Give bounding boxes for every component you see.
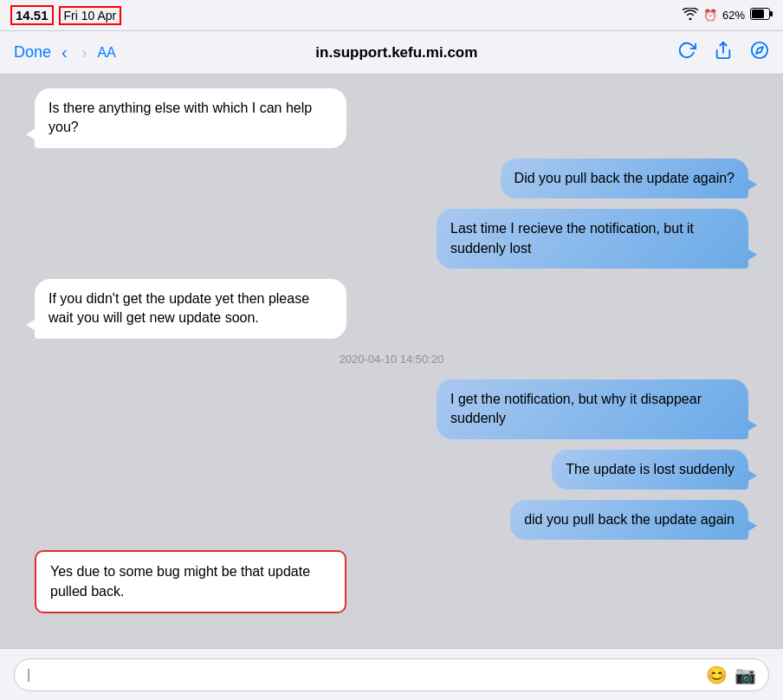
back-button[interactable]: ‹ — [58, 42, 71, 62]
done-button[interactable]: Done — [14, 43, 51, 62]
message-row: Last time I recieve the notification, bu… — [17, 209, 766, 269]
message-input[interactable] — [27, 667, 699, 683]
timestamp-divider: 2020-04-10 14:50:20 — [17, 353, 766, 366]
message-row: The update is lost suddenly — [17, 450, 766, 489]
emoji-button[interactable]: 😊 — [706, 664, 728, 685]
forward-button[interactable]: › — [78, 42, 91, 62]
status-left: 14.51 Fri 10 Apr — [10, 5, 121, 25]
status-bar: 14.51 Fri 10 Apr ⏰ 62% — [0, 0, 783, 31]
share-button[interactable] — [714, 41, 733, 64]
camera-button[interactable]: 📷 — [734, 664, 756, 685]
message-bubble-user: The update is lost suddenly — [552, 450, 748, 489]
nav-actions — [677, 41, 769, 64]
message-bubble-highlighted: Yes due to some bug might be that update… — [35, 550, 346, 613]
message-row: did you pull back the update again — [17, 500, 766, 540]
message-bubble-agent: If you didn't get the update yet then pl… — [35, 279, 346, 339]
page-title: in.support.kefu.mi.com — [315, 44, 477, 62]
message-bubble-agent: Is there anything else with which I can … — [35, 88, 346, 148]
status-date: Fri 10 Apr — [59, 6, 122, 25]
message-bubble-user: I get the notification, but why it disap… — [437, 379, 748, 439]
message-bubble-user: did you pull back the update again — [510, 500, 748, 540]
svg-rect-2 — [752, 10, 764, 18]
chat-area: Is there anything else with which I can … — [0, 75, 783, 648]
battery-percentage: 62% — [722, 9, 745, 22]
message-row: Is there anything else with which I can … — [17, 88, 766, 148]
nav-bar: Done ‹ › AA in.support.kefu.mi.com — [0, 31, 783, 75]
status-right: ⏰ 62% — [683, 8, 773, 23]
text-size-button[interactable]: AA — [97, 45, 115, 61]
message-input-wrap[interactable]: 😊 📷 — [14, 658, 769, 691]
message-row: Did you pull back the update again? — [17, 159, 766, 198]
svg-point-4 — [752, 42, 767, 58]
status-time: 14.51 — [10, 5, 54, 25]
location-button[interactable] — [750, 41, 769, 64]
input-bar: 😊 📷 — [0, 648, 783, 700]
svg-rect-1 — [770, 11, 773, 16]
message-bubble-user: Did you pull back the update again? — [501, 159, 748, 198]
battery-icon — [750, 8, 773, 23]
alarm-icon: ⏰ — [703, 9, 717, 22]
wifi-icon — [683, 8, 698, 23]
message-row: If you didn't get the update yet then pl… — [17, 279, 766, 339]
reload-button[interactable] — [677, 41, 696, 64]
nav-left: Done ‹ › AA — [14, 42, 116, 62]
message-row: Yes due to some bug might be that update… — [17, 550, 766, 613]
message-row: I get the notification, but why it disap… — [17, 379, 766, 439]
svg-marker-5 — [756, 47, 763, 54]
message-bubble-user: Last time I recieve the notification, bu… — [437, 209, 748, 269]
